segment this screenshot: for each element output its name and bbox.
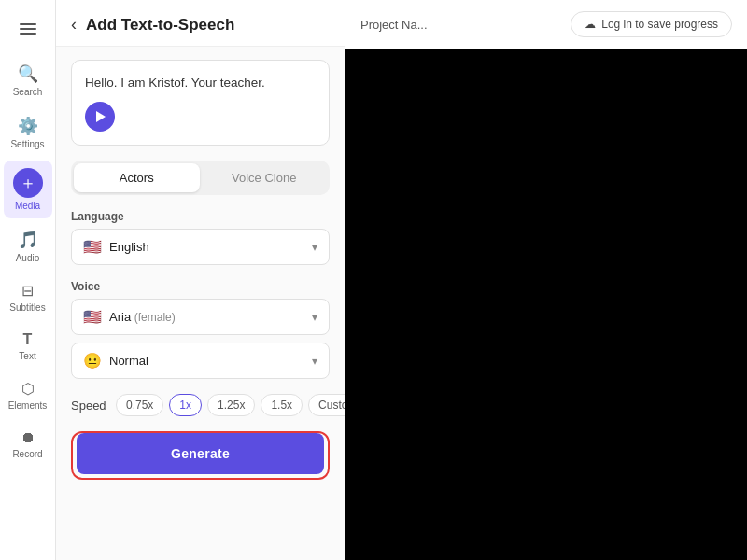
canvas-area: Project Na... ☁ Log in to save progress: [345, 0, 747, 560]
voice-style-dropdown[interactable]: 😐 Normal ▾: [71, 343, 330, 379]
video-canvas: [345, 49, 747, 560]
record-icon: ⏺: [21, 429, 35, 446]
search-icon: 🔍: [18, 63, 38, 84]
speed-options: 0.75x 1x 1.25x 1.5x Custom: [116, 394, 345, 416]
language-dropdown[interactable]: 🇺🇸 English ▾: [71, 229, 330, 265]
voice-style-value: Normal: [109, 354, 304, 368]
preview-text: Hello. I am Kristof. Your teacher.: [85, 74, 316, 92]
speed-section: Speed 0.75x 1x 1.25x 1.5x Custom: [71, 394, 330, 416]
elements-icon: ⬡: [21, 380, 35, 398]
voice-tabs: Actors Voice Clone: [71, 161, 330, 195]
language-value: English: [109, 240, 304, 254]
language-section: Language 🇺🇸 English ▾: [71, 210, 330, 265]
panel-body: Hello. I am Kristof. Your teacher. Actor…: [56, 47, 345, 560]
cloud-icon: ☁: [585, 18, 596, 31]
speed-chip-125[interactable]: 1.25x: [207, 394, 255, 416]
sidebar-item-label: Subtitles: [9, 302, 45, 313]
speed-label: Speed: [71, 399, 108, 413]
tab-voice-clone[interactable]: Voice Clone: [202, 163, 328, 192]
sidebar-item-label: Audio: [16, 253, 40, 263]
sidebar-item-label: Media: [15, 201, 40, 211]
sidebar-item-label: Elements: [8, 400, 48, 411]
voice-actor-name: Aria (female): [109, 310, 304, 324]
speed-chip-1x[interactable]: 1x: [169, 394, 202, 416]
sidebar-item-subtitles[interactable]: ⊟ Subtitles: [4, 274, 52, 320]
voice-options: 🇺🇸 Aria (female) ▾ 😐 Normal ▾: [71, 299, 330, 379]
language-label: Language: [71, 210, 330, 223]
sidebar-nav: 🔍 Search ⚙️ Settings ＋ Media 🎵 Audio ⊟ S…: [0, 0, 56, 560]
speed-chip-15[interactable]: 1.5x: [261, 394, 303, 416]
play-button[interactable]: [85, 102, 115, 132]
sidebar-item-label: Record: [12, 449, 42, 459]
text-preview-box: Hello. I am Kristof. Your teacher.: [71, 60, 330, 146]
settings-icon: ⚙️: [18, 116, 38, 136]
voice-section: Voice 🇺🇸 Aria (female) ▾ 😐 Normal ▾: [71, 280, 330, 379]
speed-chip-custom[interactable]: Custom: [308, 394, 345, 416]
save-label: Log in to save progress: [601, 18, 718, 31]
tab-actors[interactable]: Actors: [74, 163, 200, 192]
panel-title: Add Text-to-Speech: [86, 16, 234, 35]
hamburger-menu[interactable]: [20, 11, 36, 47]
project-name: Project Na...: [360, 18, 428, 32]
canvas-topbar: Project Na... ☁ Log in to save progress: [345, 0, 747, 49]
sidebar-item-label: Search: [13, 87, 43, 97]
chevron-down-icon: ▾: [312, 355, 317, 368]
sidebar-item-media[interactable]: ＋ Media: [4, 161, 52, 218]
speed-chip-075[interactable]: 0.75x: [116, 394, 163, 416]
voice-actor-dropdown[interactable]: 🇺🇸 Aria (female) ▾: [71, 299, 330, 335]
sidebar-item-record[interactable]: ⏺ Record: [4, 422, 52, 467]
chevron-down-icon: ▾: [312, 241, 317, 254]
media-active-circle: ＋: [13, 168, 43, 198]
save-progress-button[interactable]: ☁ Log in to save progress: [571, 11, 732, 37]
panel-header: ‹ Add Text-to-Speech: [56, 0, 345, 47]
sidebar-item-text[interactable]: T Text: [4, 324, 52, 369]
plus-icon: ＋: [20, 172, 36, 194]
language-flag: 🇺🇸: [83, 238, 102, 256]
sidebar-item-elements[interactable]: ⬡ Elements: [4, 372, 52, 418]
sidebar-item-search[interactable]: 🔍 Search: [4, 56, 52, 105]
generate-button[interactable]: Generate: [77, 433, 324, 474]
voice-label: Voice: [71, 280, 330, 293]
sidebar-item-label: Settings: [10, 139, 44, 149]
text-icon: T: [23, 331, 33, 348]
generate-wrapper: Generate: [71, 431, 330, 480]
sidebar-item-settings[interactable]: ⚙️ Settings: [4, 108, 52, 157]
voice-style-emoji: 😐: [83, 352, 102, 370]
subtitles-icon: ⊟: [21, 282, 34, 300]
sidebar-item-label: Text: [19, 351, 35, 361]
sidebar-item-audio[interactable]: 🎵 Audio: [4, 222, 52, 271]
tts-panel: ‹ Add Text-to-Speech Hello. I am Kristof…: [56, 0, 345, 560]
voice-flag: 🇺🇸: [83, 308, 102, 326]
audio-icon: 🎵: [18, 230, 38, 250]
chevron-down-icon: ▾: [312, 311, 317, 324]
back-button[interactable]: ‹: [71, 15, 77, 35]
